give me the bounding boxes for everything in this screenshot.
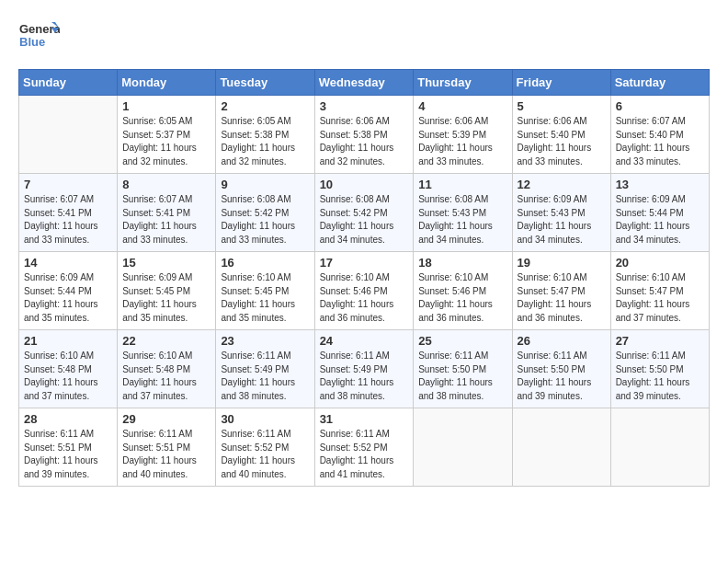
- day-detail: Sunrise: 6:09 AMSunset: 5:43 PMDaylight:…: [518, 193, 606, 247]
- day-detail: Sunrise: 6:11 AMSunset: 5:50 PMDaylight:…: [518, 350, 606, 403]
- calendar-cell: 22 Sunrise: 6:10 AMSunset: 5:48 PMDaylig…: [118, 330, 216, 408]
- day-number: 29: [122, 412, 210, 426]
- page-header: General Blue: [18, 18, 710, 60]
- day-number: 30: [221, 412, 309, 426]
- calendar-cell: 29 Sunrise: 6:11 AMSunset: 5:51 PMDaylig…: [118, 408, 216, 487]
- day-detail: Sunrise: 6:08 AMSunset: 5:43 PMDaylight:…: [418, 193, 506, 247]
- week-row-2: 7 Sunrise: 6:07 AMSunset: 5:41 PMDayligh…: [19, 174, 710, 252]
- day-number: 16: [221, 256, 309, 270]
- column-header-monday: Monday: [118, 70, 216, 96]
- day-detail: Sunrise: 6:10 AMSunset: 5:47 PMDaylight:…: [616, 271, 704, 325]
- day-number: 6: [616, 99, 704, 113]
- day-number: 18: [418, 256, 506, 270]
- day-detail: Sunrise: 6:11 AMSunset: 5:51 PMDaylight:…: [24, 428, 112, 481]
- day-detail: Sunrise: 6:11 AMSunset: 5:49 PMDaylight:…: [221, 350, 309, 403]
- day-number: 12: [518, 178, 606, 191]
- day-detail: Sunrise: 6:06 AMSunset: 5:38 PMDaylight:…: [320, 115, 409, 168]
- week-row-1: 1 Sunrise: 6:05 AMSunset: 5:37 PMDayligh…: [19, 96, 710, 174]
- day-number: 4: [418, 99, 506, 113]
- day-number: 15: [122, 256, 210, 270]
- day-detail: Sunrise: 6:07 AMSunset: 5:40 PMDaylight:…: [616, 115, 704, 168]
- calendar-cell: 30 Sunrise: 6:11 AMSunset: 5:52 PMDaylig…: [216, 408, 314, 487]
- day-detail: Sunrise: 6:11 AMSunset: 5:49 PMDaylight:…: [320, 350, 409, 403]
- day-number: 26: [518, 334, 606, 348]
- day-number: 21: [24, 334, 112, 348]
- day-detail: Sunrise: 6:05 AMSunset: 5:38 PMDaylight:…: [221, 115, 309, 168]
- day-detail: Sunrise: 6:11 AMSunset: 5:52 PMDaylight:…: [320, 428, 409, 481]
- day-number: 25: [418, 334, 506, 348]
- day-detail: Sunrise: 6:08 AMSunset: 5:42 PMDaylight:…: [320, 193, 409, 247]
- day-detail: Sunrise: 6:07 AMSunset: 5:41 PMDaylight:…: [24, 193, 112, 247]
- calendar-cell: 5 Sunrise: 6:06 AMSunset: 5:40 PMDayligh…: [512, 96, 610, 174]
- day-detail: Sunrise: 6:10 AMSunset: 5:48 PMDaylight:…: [24, 350, 112, 403]
- calendar-cell: 12 Sunrise: 6:09 AMSunset: 5:43 PMDaylig…: [512, 174, 610, 252]
- column-header-friday: Friday: [512, 70, 610, 96]
- calendar-cell: 15 Sunrise: 6:09 AMSunset: 5:45 PMDaylig…: [118, 252, 216, 330]
- week-row-3: 14 Sunrise: 6:09 AMSunset: 5:44 PMDaylig…: [19, 252, 710, 330]
- day-number: 5: [518, 99, 606, 113]
- calendar-cell: [414, 408, 512, 487]
- day-detail: Sunrise: 6:09 AMSunset: 5:45 PMDaylight:…: [122, 271, 210, 325]
- calendar-cell: 21 Sunrise: 6:10 AMSunset: 5:48 PMDaylig…: [19, 330, 118, 408]
- calendar-cell: 8 Sunrise: 6:07 AMSunset: 5:41 PMDayligh…: [118, 174, 216, 252]
- day-detail: Sunrise: 6:08 AMSunset: 5:42 PMDaylight:…: [221, 193, 309, 247]
- day-number: 24: [320, 334, 409, 348]
- day-detail: Sunrise: 6:10 AMSunset: 5:46 PMDaylight:…: [320, 271, 409, 325]
- svg-text:Blue: Blue: [19, 35, 45, 49]
- day-detail: Sunrise: 6:10 AMSunset: 5:45 PMDaylight:…: [221, 271, 309, 325]
- day-detail: Sunrise: 6:11 AMSunset: 5:52 PMDaylight:…: [221, 428, 309, 481]
- logo-svg: General Blue: [18, 18, 60, 60]
- column-header-tuesday: Tuesday: [216, 70, 314, 96]
- day-number: 17: [320, 256, 409, 270]
- day-detail: Sunrise: 6:11 AMSunset: 5:50 PMDaylight:…: [418, 350, 506, 403]
- day-detail: Sunrise: 6:06 AMSunset: 5:39 PMDaylight:…: [418, 115, 506, 168]
- column-header-saturday: Saturday: [610, 70, 709, 96]
- calendar-cell: 1 Sunrise: 6:05 AMSunset: 5:37 PMDayligh…: [118, 96, 216, 174]
- calendar-cell: 26 Sunrise: 6:11 AMSunset: 5:50 PMDaylig…: [512, 330, 610, 408]
- calendar-body: 1 Sunrise: 6:05 AMSunset: 5:37 PMDayligh…: [19, 96, 710, 487]
- calendar-cell: 31 Sunrise: 6:11 AMSunset: 5:52 PMDaylig…: [314, 408, 414, 487]
- day-number: 27: [616, 334, 704, 348]
- calendar-cell: 18 Sunrise: 6:10 AMSunset: 5:46 PMDaylig…: [414, 252, 512, 330]
- header-row: SundayMondayTuesdayWednesdayThursdayFrid…: [19, 70, 710, 96]
- calendar-cell: 2 Sunrise: 6:05 AMSunset: 5:38 PMDayligh…: [216, 96, 314, 174]
- calendar-cell: 6 Sunrise: 6:07 AMSunset: 5:40 PMDayligh…: [610, 96, 709, 174]
- calendar-cell: 4 Sunrise: 6:06 AMSunset: 5:39 PMDayligh…: [414, 96, 512, 174]
- calendar-cell: 24 Sunrise: 6:11 AMSunset: 5:49 PMDaylig…: [314, 330, 414, 408]
- calendar-cell: 14 Sunrise: 6:09 AMSunset: 5:44 PMDaylig…: [19, 252, 118, 330]
- day-detail: Sunrise: 6:11 AMSunset: 5:51 PMDaylight:…: [122, 428, 210, 481]
- day-number: 22: [122, 334, 210, 348]
- day-number: 10: [320, 178, 409, 191]
- calendar-cell: [610, 408, 709, 487]
- day-detail: Sunrise: 6:10 AMSunset: 5:46 PMDaylight:…: [418, 271, 506, 325]
- day-number: 3: [320, 99, 409, 113]
- calendar-cell: 23 Sunrise: 6:11 AMSunset: 5:49 PMDaylig…: [216, 330, 314, 408]
- day-detail: Sunrise: 6:09 AMSunset: 5:44 PMDaylight:…: [616, 193, 704, 247]
- calendar-cell: 9 Sunrise: 6:08 AMSunset: 5:42 PMDayligh…: [216, 174, 314, 252]
- day-number: 9: [221, 178, 309, 191]
- week-row-5: 28 Sunrise: 6:11 AMSunset: 5:51 PMDaylig…: [19, 408, 710, 487]
- calendar-cell: 10 Sunrise: 6:08 AMSunset: 5:42 PMDaylig…: [314, 174, 414, 252]
- calendar-cell: 3 Sunrise: 6:06 AMSunset: 5:38 PMDayligh…: [314, 96, 414, 174]
- day-number: 20: [616, 256, 704, 270]
- calendar-cell: 17 Sunrise: 6:10 AMSunset: 5:46 PMDaylig…: [314, 252, 414, 330]
- calendar-cell: 13 Sunrise: 6:09 AMSunset: 5:44 PMDaylig…: [610, 174, 709, 252]
- day-detail: Sunrise: 6:10 AMSunset: 5:48 PMDaylight:…: [122, 350, 210, 403]
- calendar-cell: 7 Sunrise: 6:07 AMSunset: 5:41 PMDayligh…: [19, 174, 118, 252]
- calendar-cell: 11 Sunrise: 6:08 AMSunset: 5:43 PMDaylig…: [414, 174, 512, 252]
- calendar-header: SundayMondayTuesdayWednesdayThursdayFrid…: [19, 70, 710, 96]
- day-detail: Sunrise: 6:05 AMSunset: 5:37 PMDaylight:…: [122, 115, 210, 168]
- day-detail: Sunrise: 6:09 AMSunset: 5:44 PMDaylight:…: [24, 271, 112, 325]
- day-number: 19: [518, 256, 606, 270]
- day-number: 13: [616, 178, 704, 191]
- calendar-cell: 27 Sunrise: 6:11 AMSunset: 5:50 PMDaylig…: [610, 330, 709, 408]
- column-header-thursday: Thursday: [414, 70, 512, 96]
- week-row-4: 21 Sunrise: 6:10 AMSunset: 5:48 PMDaylig…: [19, 330, 710, 408]
- calendar-cell: 25 Sunrise: 6:11 AMSunset: 5:50 PMDaylig…: [414, 330, 512, 408]
- day-detail: Sunrise: 6:10 AMSunset: 5:47 PMDaylight:…: [518, 271, 606, 325]
- day-number: 7: [24, 178, 112, 191]
- day-detail: Sunrise: 6:07 AMSunset: 5:41 PMDaylight:…: [122, 193, 210, 247]
- calendar-cell: [512, 408, 610, 487]
- day-number: 14: [24, 256, 112, 270]
- calendar-cell: 19 Sunrise: 6:10 AMSunset: 5:47 PMDaylig…: [512, 252, 610, 330]
